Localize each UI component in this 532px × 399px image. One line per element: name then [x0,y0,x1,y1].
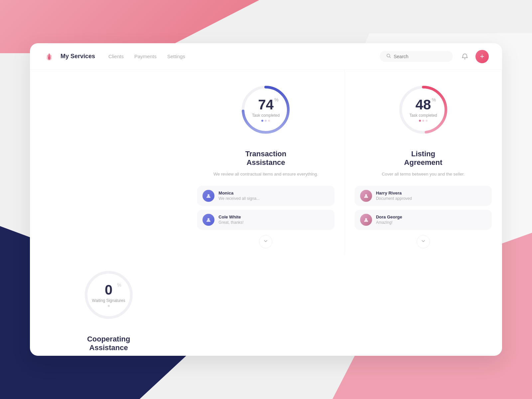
svg-point-1 [50,55,52,57]
chart-percent-cooperating: % [117,282,121,288]
svg-point-0 [47,55,49,57]
avatar-cole [202,214,214,226]
chart-text-cooperating: 0 % Waiting Signatures [82,268,135,322]
add-button[interactable]: + [475,50,489,63]
service-listing: 48 % Task completed Listing Agreement Co… [345,70,502,255]
client-name-monica: Monica [218,191,329,196]
main-card: My Services Clients Payments Settings + [30,43,502,356]
expand-button-listing[interactable] [417,235,430,248]
client-msg-cole: Great, thanks! [218,220,329,225]
chart-dots-listing [419,120,428,122]
client-list-listing: Harry Rivera Document approved Dora Geor… [355,186,492,230]
notification-button[interactable] [458,50,471,63]
service-title-cooperating: Cooperating Assistance [87,335,130,352]
nav-clients[interactable]: Clients [108,54,124,59]
avatar-harry [360,190,372,202]
service-title-transaction: Transaction Assistance [245,150,286,167]
client-info-cole: Cole White Great, thanks! [218,214,329,225]
expand-button-transaction[interactable] [259,235,272,248]
chart-cooperating: 0 % Waiting Signatures [82,268,135,322]
nav-brand: My Services [61,53,95,60]
chart-percent-listing: % [432,97,436,102]
add-icon: + [480,53,484,60]
svg-point-3 [465,58,466,59]
chart-label-cooperating: Waiting Signatures [92,298,125,303]
client-item-monica[interactable]: Monica We received all signa... [197,186,334,206]
client-msg-harry: Document approved [376,196,486,201]
service-cooperating: 0 % Waiting Signatures Cooperating Assis… [30,255,187,356]
chart-transaction: 74 % Task completed [239,83,292,136]
chevron-down-icon [421,239,426,245]
chart-value-transaction: 74 [258,98,274,112]
client-info-dora: Dora George Amazing! [376,214,486,225]
chart-dots-transaction [261,120,270,122]
service-transaction: 74 % Task completed Transaction Assistan… [187,70,344,255]
chart-listing: 48 % Task completed [397,83,450,136]
client-name-dora: Dora George [376,214,486,219]
avatar-dora [360,214,372,226]
chart-value-listing: 48 [415,98,431,112]
client-item-cole[interactable]: Cole White Great, thanks! [197,210,334,230]
nav-links: Clients Payments Settings [108,54,185,59]
chart-label-listing: Task completed [409,113,437,118]
chart-text-listing: 48 % Task completed [397,83,450,136]
chart-label-transaction: Task completed [252,113,280,118]
chart-percent-transaction: % [274,97,278,102]
search-icon [386,54,391,59]
service-title-listing: Listing Agreement [404,150,442,167]
client-info-harry: Harry Rivera Document approved [376,191,486,201]
chevron-down-icon [263,239,268,245]
client-msg-dora: Amazing! [376,220,486,225]
nav-settings[interactable]: Settings [167,54,185,59]
avatar-monica [202,190,214,202]
navbar: My Services Clients Payments Settings + [30,43,502,70]
client-item-harry[interactable]: Harry Rivera Document approved [355,186,492,206]
content-area: 74 % Task completed Transaction Assistan… [30,70,502,356]
search-box [380,51,453,62]
chart-dots-cooperating [108,305,110,307]
client-list-transaction: Monica We received all signa... Cole Whi… [197,186,334,230]
client-item-dora[interactable]: Dora George Amazing! [355,210,492,230]
client-name-cole: Cole White [218,214,329,219]
search-input[interactable] [394,54,446,59]
client-msg-monica: We received all signa... [218,196,329,201]
client-name-harry: Harry Rivera [376,191,486,196]
client-info-monica: Monica We received all signa... [218,191,329,201]
chart-value-cooperating: 0 [105,283,112,297]
nav-payments[interactable]: Payments [134,54,157,59]
logo-icon [43,51,55,63]
service-desc-listing: Cover all terms between you and the sell… [382,171,465,178]
chart-text-transaction: 74 % Task completed [239,83,292,136]
service-desc-transaction: We review all contractual items and ensu… [213,171,318,178]
